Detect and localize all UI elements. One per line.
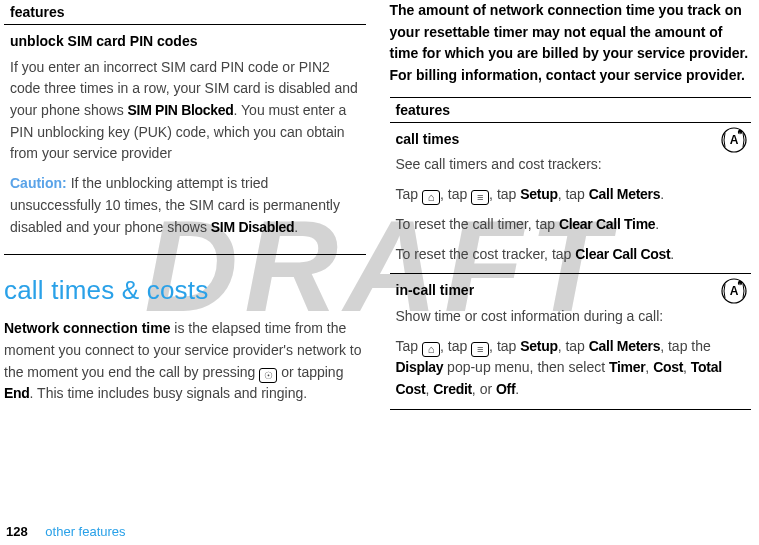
text: To reset the cost tracker, tap xyxy=(396,246,576,262)
section-heading-call-times: call times & costs xyxy=(4,275,366,306)
body-paragraph: Network connection time is the elapsed t… xyxy=(4,318,366,405)
page-content: features unblock SIM card PIN codes If y… xyxy=(0,0,759,545)
features-table-right: features A+ call times See call timers a… xyxy=(390,97,752,410)
text: , xyxy=(645,359,653,375)
text: , xyxy=(683,359,691,375)
home-key-icon xyxy=(422,342,440,357)
caution-label: Caution: xyxy=(10,175,67,191)
ui-term: Call Meters xyxy=(589,186,660,202)
paragraph: Caution: If the unblocking attempt is tr… xyxy=(10,173,360,238)
text: , tap xyxy=(558,186,589,202)
text: Tap xyxy=(396,338,422,354)
left-column: features unblock SIM card PIN codes If y… xyxy=(4,0,366,545)
text: . xyxy=(670,246,674,262)
paragraph: If you enter an incorrect SIM card PIN c… xyxy=(10,57,360,165)
text: , tap xyxy=(489,186,520,202)
text: pop-up menu, then select xyxy=(443,359,609,375)
feature-row-call-times: A+ call times See call timers and cost t… xyxy=(390,122,752,273)
text: To reset the call timer, tap xyxy=(396,216,559,232)
svg-text:A: A xyxy=(730,284,739,298)
ui-term: Setup xyxy=(520,186,557,202)
ui-term: Setup xyxy=(520,338,557,354)
home-key-icon xyxy=(422,190,440,205)
end-key-icon xyxy=(259,368,277,383)
paragraph: Tap , tap , tap Setup, tap Call Meters. xyxy=(396,184,746,206)
text: . This time includes busy signals and ri… xyxy=(30,385,308,401)
row-title: in-call timer xyxy=(396,280,746,302)
paragraph: Show time or cost information during a c… xyxy=(396,306,746,328)
ui-term: End xyxy=(4,385,30,401)
text: , or xyxy=(472,381,496,397)
text: , tap xyxy=(440,338,471,354)
features-table-left: features unblock SIM card PIN codes If y… xyxy=(4,0,366,255)
paragraph: To reset the call timer, tap Clear Call … xyxy=(396,214,746,236)
ui-term: Credit xyxy=(433,381,472,397)
text: Tap xyxy=(396,186,422,202)
ui-term: Cost xyxy=(653,359,683,375)
row-body: See call timers and cost trackers: Tap ,… xyxy=(396,154,746,265)
ui-term: Display xyxy=(396,359,444,375)
ui-term: Call Meters xyxy=(589,338,660,354)
text: . xyxy=(660,186,664,202)
menu-key-icon xyxy=(471,342,489,357)
ui-term: Off xyxy=(496,381,515,397)
network-feature-icon: A+ xyxy=(721,278,747,304)
row-body: If you enter an incorrect SIM card PIN c… xyxy=(10,57,360,239)
features-header: features xyxy=(390,97,752,122)
ui-term: SIM Disabled xyxy=(211,219,295,235)
ui-term: SIM PIN Blocked xyxy=(128,102,234,118)
paragraph: Tap , tap , tap Setup, tap Call Meters, … xyxy=(396,336,746,401)
right-column: The amount of network connection time yo… xyxy=(390,0,752,545)
text: , tap xyxy=(558,338,589,354)
text: . xyxy=(515,381,519,397)
text: , tap xyxy=(440,186,471,202)
text: . xyxy=(655,216,659,232)
term: Network connection time xyxy=(4,320,170,336)
bold-paragraph: The amount of network connection time yo… xyxy=(390,0,752,87)
features-header: features xyxy=(4,0,366,25)
menu-key-icon xyxy=(471,190,489,205)
paragraph: To reset the cost tracker, tap Clear Cal… xyxy=(396,244,746,266)
ui-term: Clear Call Time xyxy=(559,216,655,232)
text: . xyxy=(294,219,298,235)
row-body: Show time or cost information during a c… xyxy=(396,306,746,401)
paragraph: See call timers and cost trackers: xyxy=(396,154,746,176)
text: , tap the xyxy=(660,338,711,354)
text: or tapping xyxy=(277,364,343,380)
text: , tap xyxy=(489,338,520,354)
ui-term: Timer xyxy=(609,359,645,375)
svg-text:A: A xyxy=(730,133,739,147)
feature-row-unblock-sim: unblock SIM card PIN codes If you enter … xyxy=(4,25,366,255)
network-feature-icon: A+ xyxy=(721,127,747,153)
ui-term: Clear Call Cost xyxy=(575,246,670,262)
row-title: call times xyxy=(396,129,746,151)
row-title: unblock SIM card PIN codes xyxy=(10,31,360,53)
feature-row-in-call-timer: A+ in-call timer Show time or cost infor… xyxy=(390,274,752,409)
